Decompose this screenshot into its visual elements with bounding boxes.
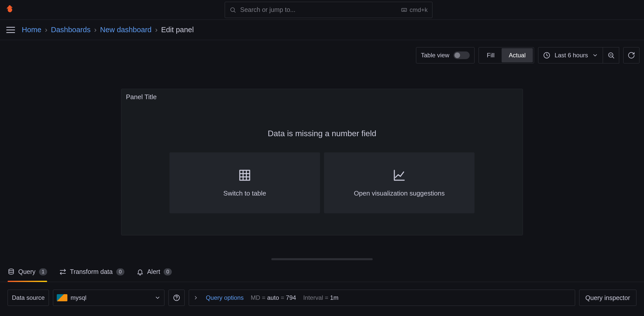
chevron-down-icon (155, 295, 161, 301)
menu-toggle[interactable] (5, 24, 16, 36)
search-input[interactable] (240, 6, 397, 13)
breadcrumb-home[interactable]: Home (22, 26, 41, 34)
query-inspector-button[interactable]: Query inspector (579, 290, 636, 306)
tab-alert-count: 0 (164, 268, 172, 275)
chevron-right-icon: › (45, 26, 47, 34)
actual-option[interactable]: Actual (502, 48, 533, 62)
time-range-picker[interactable]: Last 6 hours (538, 47, 603, 63)
keyboard-icon (401, 7, 407, 13)
panel-title: Panel Title (126, 93, 518, 101)
panel-preview: Panel Title Data is missing a number fie… (121, 89, 523, 235)
zoom-out-icon (607, 51, 615, 59)
query-options-interval: Interval = 1m (303, 294, 338, 301)
tab-alert-label: Alert (147, 268, 160, 275)
table-view-toggle[interactable]: Table view (416, 47, 474, 63)
fill-option[interactable]: Fill (480, 48, 502, 62)
switch-to-table-button[interactable]: Switch to table (169, 152, 320, 213)
fill-actual-segment: Fill Actual (479, 47, 534, 63)
refresh-button[interactable] (623, 47, 639, 63)
global-search[interactable]: cmd+k (225, 2, 432, 18)
panel-message: Data is missing a number field (126, 129, 518, 138)
open-suggestions-button[interactable]: Open visualization suggestions (324, 152, 475, 213)
question-icon (173, 294, 180, 302)
table-icon (238, 169, 251, 182)
hamburger-icon (5, 25, 16, 35)
tab-query[interactable]: Query 1 (8, 262, 47, 282)
clock-icon (543, 51, 551, 59)
table-view-label: Table view (421, 52, 449, 59)
breadcrumb-dashboards[interactable]: Dashboards (51, 26, 90, 34)
svg-line-13 (612, 57, 614, 58)
tab-transform-label: Transform data (70, 268, 113, 275)
data-source-label: Data source (8, 290, 49, 306)
svg-point-22 (176, 299, 177, 300)
query-options[interactable]: Query options MD = auto = 794 Interval =… (189, 290, 575, 306)
query-options-md: MD = auto = 794 (251, 294, 296, 301)
svg-rect-2 (402, 8, 407, 11)
tab-transform[interactable]: Transform data 0 (59, 262, 124, 282)
search-icon (230, 7, 236, 13)
chevron-right-icon (193, 295, 199, 301)
search-shortcut: cmd+k (401, 6, 428, 13)
breadcrumb: Home › Dashboards › New dashboard › Edit… (22, 26, 194, 34)
data-source-picker[interactable]: mysql (53, 290, 164, 306)
svg-rect-15 (240, 170, 250, 180)
tab-query-count: 1 (39, 268, 47, 275)
mysql-icon (57, 294, 67, 301)
chevron-down-icon (592, 52, 598, 58)
bell-icon (137, 268, 144, 275)
open-suggestions-label: Open visualization suggestions (354, 189, 445, 197)
breadcrumb-current: Edit panel (161, 26, 194, 34)
datasource-help-button[interactable] (168, 290, 185, 306)
tab-query-label: Query (18, 268, 35, 275)
breadcrumb-new-dashboard[interactable]: New dashboard (100, 26, 151, 34)
database-icon (8, 268, 15, 275)
toggle-switch[interactable] (453, 51, 470, 59)
zoom-out-time-button[interactable] (603, 47, 619, 63)
chevron-right-icon: › (155, 26, 158, 34)
switch-to-table-label: Switch to table (223, 189, 266, 197)
svg-point-20 (9, 269, 14, 271)
data-source-value: mysql (70, 294, 86, 301)
resize-handle[interactable] (271, 258, 373, 260)
chart-line-icon (393, 169, 406, 182)
svg-line-1 (234, 11, 235, 12)
time-range-label: Last 6 hours (555, 52, 588, 59)
tab-transform-count: 0 (116, 268, 124, 275)
query-options-label: Query options (206, 294, 243, 301)
grafana-logo[interactable] (4, 3, 17, 16)
tab-alert[interactable]: Alert 0 (137, 262, 172, 282)
chevron-right-icon: › (94, 26, 97, 34)
refresh-icon (628, 51, 635, 59)
transform-icon (59, 268, 66, 275)
